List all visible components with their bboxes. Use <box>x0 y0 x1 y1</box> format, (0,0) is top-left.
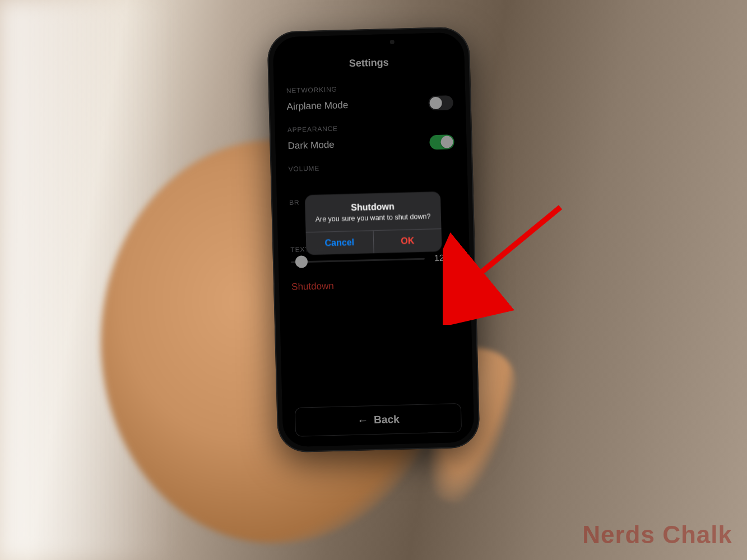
phone-notch <box>323 34 414 52</box>
shutdown-alert: Shutdown Are you sure you want to shut d… <box>304 192 442 255</box>
phone-frame: Settings NETWORKING Airplane Mode APPEAR… <box>267 26 480 452</box>
alert-buttons: Cancel OK <box>305 228 442 255</box>
alert-body: Shutdown Are you sure you want to shut d… <box>304 192 441 232</box>
watermark-text: Nerds Chalk <box>582 521 732 549</box>
ok-button[interactable]: OK <box>374 229 442 253</box>
cancel-button[interactable]: Cancel <box>305 231 374 255</box>
alert-message: Are you sure you want to shut down? <box>313 212 433 224</box>
svg-line-1 <box>465 207 560 286</box>
phone-screen-area: Settings NETWORKING Airplane Mode APPEAR… <box>272 32 474 447</box>
alert-title: Shutdown <box>313 200 433 214</box>
